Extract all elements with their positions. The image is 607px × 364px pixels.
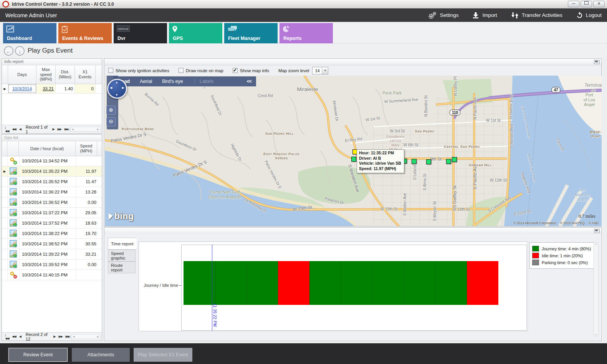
day-link[interactable]: 10/3/2014	[8, 84, 36, 93]
checkbox-draw-route-on-map[interactable]: Draw route on map	[179, 68, 223, 73]
tab-fleet-manager[interactable]: Fleet Manager	[224, 23, 278, 43]
logout-action[interactable]: Logout	[576, 12, 602, 18]
segment-journey	[372, 261, 404, 305]
idrive-control-center-window: Idrive Control Center - 3.0.2 version - …	[0, 0, 607, 364]
gps-row[interactable]: 10/3/2014 11:40:15 PM	[2, 270, 102, 280]
collapse-header-button[interactable]: ↓	[15, 46, 25, 56]
tooltip-hour: Hour: 11:35:22 PM	[359, 151, 401, 156]
tab-reports[interactable]: Reports	[280, 23, 333, 43]
transfer-activities-action[interactable]: Transfer Activities	[511, 12, 562, 19]
map-zoom-select[interactable]: 14▼	[312, 67, 328, 74]
col-x1-events: X1 Events	[75, 65, 96, 84]
map-view-bird-s-eye[interactable]: Bird's eye	[162, 79, 183, 84]
pan-compass[interactable]: ▲ ▼ ◀ ▶	[107, 79, 127, 99]
gps-point-icon	[8, 228, 20, 238]
gps-marker[interactable]	[351, 157, 356, 162]
map-zoom-label: Map zoom level	[278, 68, 309, 73]
next-page-icon[interactable]: ▶▶	[58, 335, 62, 338]
horizontal-scrollbar[interactable]: ◀▶	[71, 334, 100, 339]
pan-right-icon[interactable]: ▶	[122, 86, 124, 89]
tab-route-report[interactable]: Route report	[108, 261, 136, 273]
next-record-icon[interactable]: ▶	[53, 335, 55, 338]
gps-row[interactable]: 10/3/2014 11:38:22 PM19.70	[2, 228, 102, 239]
map-view-labels[interactable]: Labels	[195, 79, 214, 84]
tab-gps[interactable]: GPS	[169, 23, 222, 43]
horizontal-scrollbar[interactable]: ◀▶	[70, 127, 100, 132]
vertical-scrollbar[interactable]: ▲▼	[594, 242, 599, 336]
gps-row[interactable]: ▶10/3/2014 11:35:22 PM11.97	[2, 166, 102, 177]
attachments-button[interactable]: Attachments	[72, 348, 130, 362]
pan-up-icon[interactable]: ▲	[115, 81, 118, 84]
gps-row[interactable]: 10/3/2014 11:37:52 PM18.63	[2, 218, 102, 228]
col-days: Days	[8, 65, 36, 84]
tab-dvr[interactable]: MERGEDvr	[114, 23, 167, 43]
gps-row[interactable]: 10/3/2014 11:39:22 PM33.21	[2, 249, 102, 260]
panel-collapse-icon[interactable]	[594, 60, 600, 64]
prev-record-icon[interactable]: ◀	[19, 127, 21, 131]
checkbox-box[interactable]	[108, 68, 113, 73]
col-dist: Dist. (Miles)	[56, 65, 75, 84]
first-record-icon[interactable]: |◀◀	[5, 126, 9, 133]
prev-record-icon[interactable]: ◀	[19, 335, 21, 338]
top-actions: SettingsImportTransfer ActivitiesLogout	[414, 12, 602, 19]
settings-action[interactable]: Settings	[428, 12, 459, 19]
legend-item: Idle time: 1 min (20%)	[532, 253, 593, 258]
gps-row[interactable]: 10/3/2014 11:34:52 PM	[2, 156, 102, 166]
gps-row[interactable]: 10/3/2014 11:38:52 PM30.55	[2, 239, 102, 249]
zoom-in-button[interactable]: ⊕	[106, 106, 116, 115]
segment-journey	[341, 261, 372, 305]
last-record-icon[interactable]: ▶▶|	[65, 127, 69, 131]
tab-speed-graphic[interactable]: Speed graphic	[108, 250, 136, 261]
close-button[interactable]: X	[593, 1, 605, 7]
prev-page-icon[interactable]: ◀◀	[12, 335, 16, 338]
tab-dashboard[interactable]: Dashboard	[3, 23, 56, 43]
gps-marker[interactable]	[446, 159, 451, 164]
map-options-bar: Show only ignition activitiesDraw route …	[104, 65, 601, 76]
prev-page-icon[interactable]: ◀◀	[12, 127, 16, 131]
gps-row[interactable]: 10/3/2014 11:36:52 PM0.00	[2, 197, 102, 208]
gps-marker[interactable]	[412, 159, 417, 164]
checkbox-show-map-info[interactable]: Show map info	[233, 68, 269, 73]
pan-left-icon[interactable]: ◀	[110, 86, 112, 89]
gps-row[interactable]: 10/3/2014 11:35:52 PM11.47	[2, 177, 102, 187]
record-counter: Record 2 of 12	[26, 332, 49, 341]
checkbox-show-only-ignition-activities[interactable]: Show only ignition activities	[108, 68, 169, 73]
current-time-line	[212, 245, 212, 331]
pan-down-icon[interactable]: ▼	[115, 93, 118, 97]
max-speed-value[interactable]: 33.21	[36, 84, 56, 93]
zoom-out-button[interactable]: ⊖	[106, 117, 116, 126]
checkbox-box[interactable]	[179, 68, 184, 73]
map-scale: 0.7 miles	[539, 213, 595, 219]
info-report-panel: Info report Days Max speed (MPH) Dist. (…	[2, 58, 102, 134]
gps-row[interactable]: 10/3/2014 11:37:22 PM29.05	[2, 208, 102, 218]
review-event-button[interactable]: Review Event	[8, 348, 68, 362]
last-record-icon[interactable]: ▶▶|	[66, 335, 70, 338]
panel-collapse-icon[interactable]	[594, 229, 600, 233]
row-marker-icon	[2, 270, 8, 280]
checkbox-box[interactable]	[233, 68, 238, 73]
minimize-button[interactable]: —	[568, 1, 579, 7]
row-marker-icon	[2, 218, 8, 228]
maximize-button[interactable]	[581, 1, 592, 7]
map-view-aerial[interactable]: Aerial	[140, 79, 152, 84]
gps-marker[interactable]	[452, 157, 457, 162]
next-record-icon[interactable]: ▶	[52, 127, 54, 131]
next-page-icon[interactable]: ▶▶	[58, 127, 61, 131]
gps-row[interactable]: 10/3/2014 11:39:52 PM0.00	[2, 260, 102, 270]
toolbar-collapse-button[interactable]: <<	[246, 79, 251, 84]
gps-row[interactable]: 10/3/2014 11:36:22 PM13.28	[2, 187, 102, 197]
time-report-chart: Journey / Idle time 11:35:22 PM	[139, 242, 528, 331]
segment-idle	[467, 261, 498, 305]
col-max-speed: Max speed (MPH)	[36, 65, 56, 84]
import-action[interactable]: Import	[472, 12, 497, 19]
tab-events-reviews[interactable]: Events & Reviews	[58, 23, 112, 43]
bing-map[interactable]: Burma RdSouthfield DrCrest RdMiralesteMi…	[105, 76, 602, 226]
chevron-down-icon: ▼	[322, 67, 328, 74]
highway-shield-47: 47	[551, 87, 560, 93]
gps-marker[interactable]	[426, 159, 431, 164]
tab-time-report[interactable]: Time report	[108, 238, 137, 250]
first-record-icon[interactable]: |◀◀	[5, 333, 9, 340]
segment-journey	[184, 261, 215, 305]
back-button[interactable]: ←	[4, 46, 13, 56]
gps-list-header: Date / hour (local) Speed (MPH)	[2, 141, 102, 156]
